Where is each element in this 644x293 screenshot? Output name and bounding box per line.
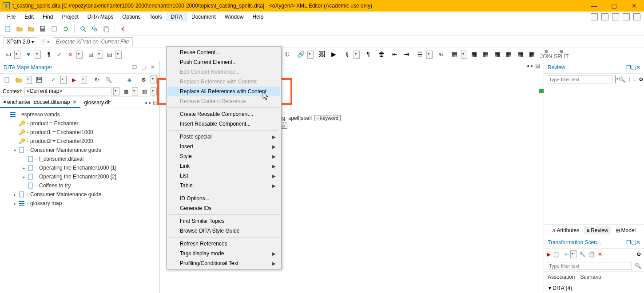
- tree-item-product-enchanter[interactable]: 🔑 - product = Enchanter: [3, 119, 157, 128]
- menuitem-find-similar-topics[interactable]: Find Similar Topics: [167, 216, 280, 226]
- menu-project[interactable]: Project: [57, 12, 83, 21]
- tab-nav[interactable]: ◂ ▸ ▤: [144, 99, 159, 106]
- xpath-version-label[interactable]: XPath 2.0 ▾: [4, 37, 37, 46]
- cross-icon[interactable]: ✕: [66, 50, 75, 59]
- editor-nav-list-icon[interactable]: ▤: [535, 63, 540, 69]
- search-replace-icon[interactable]: [90, 24, 99, 33]
- menuitem-link[interactable]: Link▶: [167, 161, 280, 171]
- run-icon[interactable]: ▶: [547, 251, 551, 257]
- review-restore-icon[interactable]: ❐: [626, 64, 631, 71]
- editor-nav-next-icon[interactable]: ▸: [531, 63, 533, 69]
- indent-icon[interactable]: ⇥: [402, 50, 411, 59]
- filter-dropdown[interactable]: [35, 51, 41, 59]
- trash-icon[interactable]: 🗑: [377, 50, 386, 59]
- transform-filter-input[interactable]: [547, 262, 632, 270]
- copy-scen-icon[interactable]: 📋: [588, 251, 595, 257]
- tree-item-glossary-map[interactable]: ▸ - glossary map: [3, 199, 157, 208]
- sort-icon[interactable]: A↓: [436, 50, 446, 59]
- ctx-icon1[interactable]: ▦: [121, 87, 130, 96]
- menu-window[interactable]: Window: [220, 12, 248, 21]
- tree-item-product1-enchanter1000[interactable]: 🔑 - product1 = Enchanter1000: [3, 128, 157, 137]
- menu-file[interactable]: File: [3, 12, 20, 21]
- copy-icon[interactable]: [102, 24, 111, 33]
- settings-icon[interactable]: ⚙: [139, 75, 148, 84]
- split-cells-button[interactable]: ▦SPLIT: [554, 49, 568, 59]
- menuitem-profiling-conditional-text[interactable]: Profiling/Conditional Text▶: [167, 258, 280, 268]
- para-icon[interactable]: ¶: [44, 50, 53, 59]
- stack-dropdown[interactable]: [97, 51, 103, 59]
- menuitem-id-options[interactable]: ID Options...: [167, 194, 280, 203]
- outdent-icon[interactable]: ⇤: [390, 50, 400, 59]
- new-file-icon[interactable]: [4, 24, 12, 33]
- menu-document[interactable]: Document: [187, 12, 220, 21]
- underline-button[interactable]: U: [282, 50, 292, 59]
- menu-tools[interactable]: Tools: [145, 12, 167, 21]
- list-ul-icon[interactable]: ☰: [415, 50, 425, 59]
- transform-search-icon[interactable]: 🔍: [635, 263, 641, 269]
- refresh-icon[interactable]: [61, 24, 70, 33]
- menu-ditamaps[interactable]: DITA Maps: [83, 12, 118, 21]
- tree-item-operating-the-enchanter1000-1[interactable]: ▸ - Operating the Enchanter1000 [1]: [3, 163, 157, 172]
- tree-item-f-consumer-ditaval[interactable]: - f_consumer.ditaval: [3, 154, 157, 163]
- tree-item-product2-enchanter2000[interactable]: 🔑 - product2 = Enchanter2000: [3, 137, 157, 146]
- delete-col-icon[interactable]: ▦: [527, 50, 537, 59]
- review-close-icon[interactable]: ✕: [636, 64, 640, 71]
- tab-attributes[interactable]: a Attributes: [550, 226, 582, 234]
- table-icon[interactable]: ▦: [449, 50, 459, 59]
- perspective-xq-icon[interactable]: [623, 13, 630, 20]
- perspective-db-icon[interactable]: [633, 13, 640, 20]
- refresh-map-icon[interactable]: ↻: [92, 75, 101, 84]
- transform-row-dita[interactable]: ▾ DITA (4): [544, 283, 644, 293]
- tree-item-coffees-to-try[interactable]: - Coffees to try: [3, 181, 157, 190]
- menuitem-push-current-element[interactable]: Push Current Element...: [167, 57, 280, 67]
- menuitem-create-reusable-component[interactable]: Create Reusable Component...: [167, 109, 280, 119]
- validate-dropdown[interactable]: [60, 76, 67, 84]
- menu-options[interactable]: Options: [118, 12, 145, 21]
- new-map-icon[interactable]: [3, 75, 12, 84]
- filter-icon[interactable]: ▼: [24, 50, 33, 59]
- delete-scen-icon[interactable]: ✕: [598, 251, 602, 257]
- tree-item-consumer-maintenance-guide[interactable]: ▾ - Consumer Maintenance guide: [3, 146, 157, 154]
- tab-enchanter-docset[interactable]: enchanter_docset.ditamap ✕: [0, 97, 80, 108]
- image-icon[interactable]: 🖼: [317, 50, 327, 59]
- menu-dita[interactable]: DITA: [167, 12, 187, 21]
- section-dropdown[interactable]: [354, 51, 360, 59]
- menuitem-browse-dita-style-guide[interactable]: Browse DITA Style Guide: [167, 226, 280, 236]
- col-right-icon[interactable]: ▦: [504, 50, 513, 59]
- review-up-icon[interactable]: ↑: [628, 76, 631, 83]
- menuitem-list[interactable]: List▶: [167, 171, 280, 181]
- minimize-button[interactable]: —: [584, 0, 604, 12]
- menu-edit[interactable]: Edit: [20, 12, 38, 21]
- open-folder-icon[interactable]: [15, 24, 24, 33]
- menuitem-reuse-content[interactable]: Reuse Content...: [167, 48, 280, 57]
- review-filter-dropdown[interactable]: [615, 75, 616, 83]
- find-map-icon[interactable]: 🔍: [104, 75, 113, 84]
- review-down-icon[interactable]: ↓: [633, 76, 636, 83]
- wrench-icon[interactable]: 🔧: [579, 251, 586, 257]
- undo-icon[interactable]: [119, 24, 128, 33]
- transform-close-icon[interactable]: ✕: [636, 239, 640, 245]
- menu-find[interactable]: Find: [38, 12, 57, 21]
- panel-restore-icon[interactable]: ❐: [131, 64, 138, 71]
- accept-dropdown[interactable]: [76, 51, 83, 59]
- profiling-icon[interactable]: ◈: [125, 75, 134, 84]
- validate-icon[interactable]: ✓: [49, 75, 58, 84]
- pilcrow-icon[interactable]: ¶: [363, 50, 373, 59]
- ctx-dropdown2[interactable]: [151, 87, 157, 95]
- tab-model[interactable]: ⊞ Model: [613, 226, 639, 234]
- stack-icon[interactable]: ▤: [86, 50, 95, 59]
- save-all-icon[interactable]: [50, 24, 59, 33]
- save-map-icon[interactable]: 💾: [35, 75, 44, 84]
- menuitem-generate-ids[interactable]: Generate IDs: [167, 203, 280, 213]
- perspective-grid-icon[interactable]: [591, 13, 598, 20]
- tree-item-consumer-maintenance-guide[interactable]: ▸ - Consumer Maintenance guide: [3, 190, 157, 199]
- tab-review[interactable]: ≡ Review: [584, 226, 611, 234]
- menuitem-tags-display-mode[interactable]: Tags display mode▶: [167, 249, 280, 258]
- tree-item-espresso-wands[interactable]: - espresso wands: [3, 110, 157, 119]
- tab-glossary[interactable]: glossary.dit: [80, 98, 114, 107]
- editor-nav-prev-icon[interactable]: ◂: [526, 63, 529, 69]
- context-dropdown[interactable]: [113, 87, 119, 95]
- save-icon[interactable]: [38, 24, 47, 33]
- add-icon[interactable]: +: [564, 251, 568, 257]
- search-icon[interactable]: [79, 24, 87, 33]
